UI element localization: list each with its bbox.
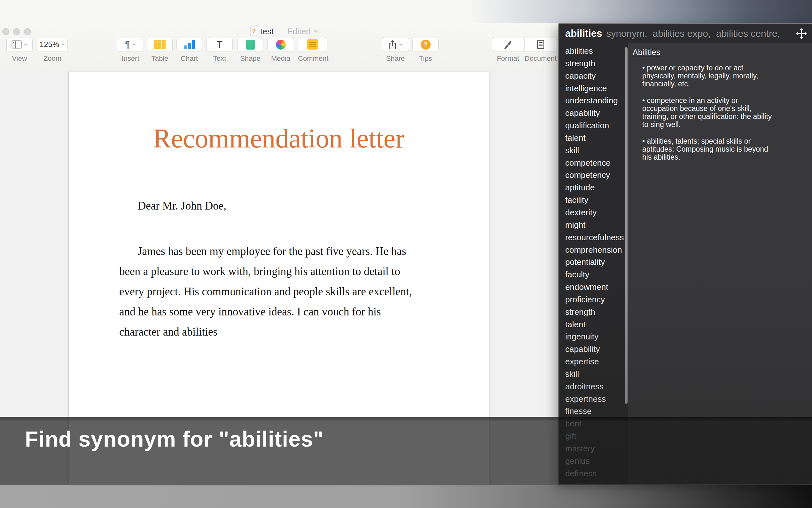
desktop-background-top: [0, 0, 812, 23]
synonym-item[interactable]: ingenuity: [559, 331, 627, 343]
minimize-button[interactable]: [13, 28, 20, 35]
share-label: Share: [382, 54, 409, 63]
pages-document-icon: [250, 27, 257, 36]
insert-button[interactable]: ¶ Insert: [117, 37, 144, 63]
comment-label: Comment: [298, 54, 327, 63]
definition-entry: • power or capacity to do or act physica…: [642, 64, 806, 88]
synonym-item[interactable]: strength: [559, 57, 627, 70]
format-brush-icon: [503, 40, 513, 49]
letter-salutation: Dear Mr. John Doe,: [119, 200, 226, 212]
synonym-item[interactable]: skill: [559, 368, 627, 380]
document-title: test: [260, 27, 274, 37]
fullscreen-button[interactable]: [24, 28, 31, 35]
synonym-item[interactable]: talent: [559, 318, 627, 331]
document-titlebar: test — Edited: [250, 26, 319, 37]
definition-entry: • competence in an activity or occupatio…: [642, 97, 806, 129]
close-button[interactable]: [2, 28, 9, 35]
synonym-item[interactable]: aptitude: [559, 181, 627, 194]
definition-heading: Abilities: [633, 48, 806, 57]
text-button[interactable]: T Text: [206, 37, 233, 63]
synonym-item[interactable]: comprehension: [559, 244, 627, 256]
media-button[interactable]: Media: [267, 37, 294, 63]
share-button[interactable]: Share: [382, 37, 409, 63]
move-icon[interactable]: [795, 28, 808, 40]
media-icon: [276, 40, 286, 50]
desktop-background-bottom: [0, 484, 812, 508]
tips-button[interactable]: ? Tips: [413, 37, 439, 63]
paragraph-icon: ¶: [125, 39, 130, 50]
caption-text: Find synonym for "abilities": [25, 426, 324, 451]
synonym-item[interactable]: capability: [559, 343, 627, 355]
chevron-down-icon: [23, 43, 28, 46]
view-button[interactable]: View: [6, 37, 33, 63]
share-icon: [388, 40, 397, 50]
table-icon: [154, 40, 165, 49]
zoom-control[interactable]: 125% Zoom: [37, 37, 68, 63]
chart-button[interactable]: Chart: [177, 37, 202, 63]
insert-label: Insert: [117, 54, 144, 63]
chevron-down-icon: [61, 43, 65, 46]
caption-overlay: Find synonym for "abilities": [0, 417, 812, 484]
synonym-item[interactable]: understanding: [559, 94, 627, 107]
synonym-item[interactable]: competence: [559, 157, 627, 169]
table-button[interactable]: Table: [147, 37, 173, 63]
format-document-group: Format Document: [492, 37, 557, 63]
zoom-label: Zoom: [37, 54, 68, 63]
media-label: Media: [267, 54, 294, 63]
synonym-item[interactable]: might: [559, 219, 627, 231]
window-controls: [2, 28, 31, 35]
synonym-item[interactable]: capacity: [559, 70, 627, 82]
synonym-item[interactable]: intelligence: [559, 82, 627, 95]
synonym-item[interactable]: strength: [559, 306, 627, 318]
synonym-item[interactable]: capability: [559, 107, 627, 119]
synonym-item[interactable]: adroitness: [559, 380, 627, 393]
synonym-item[interactable]: qualification: [559, 119, 627, 132]
thesaurus-search-header: abilities synonym, abilities expo, abili…: [559, 24, 812, 43]
comment-button[interactable]: Comment: [298, 37, 327, 63]
screen: test — Edited View: [0, 0, 812, 508]
text-label: Text: [206, 54, 233, 63]
document-label: Document: [524, 54, 557, 63]
synonym-item[interactable]: dexterity: [559, 206, 627, 219]
tips-icon: ?: [421, 40, 431, 50]
shape-button[interactable]: Shape: [237, 37, 264, 63]
synonym-item[interactable]: abilities: [559, 45, 627, 57]
thesaurus-panel: abilities synonym, abilities expo, abili…: [559, 24, 812, 484]
synonym-item[interactable]: faculty: [559, 268, 627, 281]
document-button[interactable]: [525, 37, 557, 51]
synonym-item[interactable]: expertness: [559, 393, 627, 405]
chart-label: Chart: [177, 54, 202, 63]
chevron-down-icon: [399, 43, 403, 46]
synonym-item[interactable]: talent: [559, 132, 627, 144]
synonym-item[interactable]: facility: [559, 194, 627, 206]
synonym-item[interactable]: potentiality: [559, 256, 627, 268]
comment-icon: [307, 39, 318, 50]
synonym-item[interactable]: resourcefulness: [559, 231, 627, 244]
synonym-item[interactable]: proficiency: [559, 293, 627, 306]
shape-icon: [246, 40, 255, 50]
synonym-item[interactable]: finesse: [559, 405, 627, 418]
letter-title: Recommendation letter: [69, 123, 489, 154]
table-label: Table: [147, 54, 173, 63]
pages-window: test — Edited View: [0, 23, 559, 484]
format-label: Format: [492, 54, 524, 63]
shape-label: Shape: [237, 54, 264, 63]
search-word: abilities: [565, 28, 602, 39]
synonym-item[interactable]: skill: [559, 144, 627, 157]
tips-label: Tips: [413, 54, 439, 63]
letter-body: James has been my employee for the past …: [119, 241, 412, 342]
title-chevron-down-icon[interactable]: [314, 30, 319, 33]
document-edited-status: — Edited: [277, 27, 311, 37]
view-label: View: [6, 54, 33, 63]
synonym-item[interactable]: endowment: [559, 281, 627, 293]
scrollbar-thumb[interactable]: [625, 47, 627, 404]
text-icon: T: [217, 39, 223, 50]
search-suggestions[interactable]: synonym, abilities expo, abilities centr…: [606, 28, 780, 39]
synonym-item[interactable]: expertise: [559, 355, 627, 368]
view-icon: [11, 40, 22, 49]
chart-icon: [184, 40, 195, 49]
zoom-value: 125%: [40, 40, 59, 49]
format-button[interactable]: [492, 37, 525, 51]
synonym-item[interactable]: competency: [559, 169, 627, 181]
definition-entry: • abilities, talents; special skills or …: [642, 137, 806, 161]
